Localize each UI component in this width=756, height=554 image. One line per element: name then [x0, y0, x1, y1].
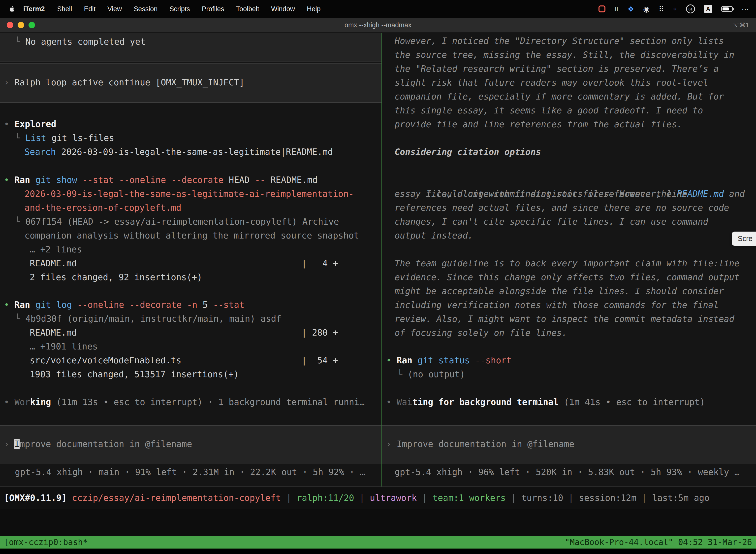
grid-icon[interactable]: ⌗ — [614, 5, 619, 13]
tmux-window-name[interactable]: [omx-cczip0:bash* — [4, 537, 88, 547]
menu-profiles[interactable]: Profiles — [196, 5, 230, 13]
reasoning-text: and — [724, 189, 745, 199]
git-log-stat-voice: src/voice/voiceModeEnabled.ts | 54 + — [0, 353, 381, 367]
git-log-more-lines: … +1901 lines — [0, 340, 381, 353]
left-model-statusline: gpt-5.4 xhigh · main · 91% left · 2.31M … — [0, 465, 381, 479]
ralph-loop-banner: › Ralph loop active continue [OMX_TMUX_I… — [0, 63, 381, 103]
screen-share-chip[interactable]: Scre — [732, 232, 756, 246]
left-agent-pane[interactable]: └ No agents completed yet › Ralph loop a… — [0, 33, 381, 487]
reasoning-line: The team guideline is to back every impo… — [382, 257, 756, 270]
explored-search-line: Search 2026-03-09-is-legal-the-same-as-l… — [0, 145, 381, 159]
left-prompt-panel[interactable]: › Improve documentation in @filename — [0, 425, 381, 464]
waiting-status-line: • Waiting for background terminal (1m 41… — [382, 395, 756, 409]
reasoning-line: might be acceptable alongside the file l… — [382, 284, 756, 298]
menu-session[interactable]: Session — [128, 5, 164, 13]
git-show-commit-line-2: companion analysis without altering the … — [0, 229, 381, 242]
reasoning-line: I could cite commit statistics or refere… — [382, 173, 756, 187]
window-title: omx --xhigh --madmax — [0, 21, 756, 29]
reasoning-line: this single essay, it seems like a good … — [382, 104, 756, 117]
battery-icon[interactable] — [721, 6, 733, 12]
reasoning-line: the source tree, missing the essay. Stil… — [382, 48, 756, 62]
target-icon[interactable]: ⌖ — [673, 5, 677, 13]
reasoning-heading: Considering citation options — [382, 145, 756, 159]
menu-shell[interactable]: Shell — [51, 5, 78, 13]
menu-view[interactable]: View — [102, 5, 128, 13]
agents-status-line: └ No agents completed yet — [0, 35, 381, 49]
omx-session-line: [OMX#0.11.9] cczip/essay/ai-reimplementa… — [4, 491, 710, 505]
git-status-output: └ (no output) — [382, 367, 756, 381]
git-log-commit-line: └ 4b9d30f (origin/main, instructkr/main,… — [0, 312, 381, 326]
circle-app-icon[interactable]: ◉ — [643, 5, 649, 13]
screen-recording-icon[interactable] — [598, 5, 606, 12]
command-git-show: • Ran git show --stat --oneline --decora… — [0, 173, 381, 187]
input-source-icon[interactable]: A — [704, 5, 712, 13]
tmux-statusbar: [omx-cczip0:bash* "MacBook-Pro-44.local"… — [0, 536, 756, 549]
git-log-summary: 1903 files changed, 513517 insertions(+) — [0, 367, 381, 381]
menu-app-name[interactable]: iTerm2 — [17, 5, 51, 13]
reasoning-line: references need actual files, and since … — [382, 201, 756, 215]
apple-logo-icon — [9, 6, 15, 12]
right-prompt-panel[interactable]: › Improve documentation in @filename — [382, 425, 756, 464]
reasoning-line: slight risk that future readers may over… — [382, 76, 756, 90]
git-show-filename-1: 2026-03-09-is-legal-the-same-as-legitima… — [0, 187, 381, 201]
command-git-log: • Ran git log --oneline --decorate -n 5 … — [0, 298, 381, 312]
blue-app-icon[interactable]: ❖ — [628, 5, 634, 13]
git-show-stat-readme: README.md | 4 + — [0, 257, 381, 270]
reasoning-line: provide file and line references from th… — [382, 117, 756, 131]
right-model-statusline: gpt-5.4 xhigh · 96% left · 520K in · 5.8… — [382, 465, 756, 479]
apple-menu[interactable] — [7, 6, 17, 12]
overflow-icon[interactable]: ⋯ — [742, 5, 749, 13]
reasoning-line: changes, I can't cite specific file line… — [382, 215, 756, 229]
git-show-filename-2: and-the-erosion-of-copyleft.md — [0, 201, 381, 215]
menu-window[interactable]: Window — [265, 5, 301, 13]
right-prompt-input[interactable]: › Improve documentation in @filename — [382, 437, 756, 451]
left-prompt-input[interactable]: › Improve documentation in @filename — [0, 437, 381, 451]
working-status-line: • Working (11m 13s • esc to interrupt) ·… — [0, 395, 381, 409]
reasoning-line: However, I noticed the "Directory Struct… — [382, 34, 756, 48]
window-shortcut-badge: ⌥⌘1 — [732, 21, 749, 29]
git-show-commit-line: └ 067f154 (HEAD -> essay/ai-reimplementa… — [0, 215, 381, 229]
window-titlebar: omx --xhigh --madmax ⌥⌘1 — [0, 18, 756, 33]
git-show-summary: 2 files changed, 92 insertions(+) — [0, 270, 381, 284]
git-show-more-lines: … +2 lines — [0, 242, 381, 257]
reasoning-line: companion file, especially if more comme… — [382, 90, 756, 104]
bottom-strip — [0, 549, 756, 554]
menu-toolbelt[interactable]: Toolbelt — [230, 5, 265, 13]
menu-help[interactable]: Help — [301, 5, 327, 13]
omx-session-bar: [OMX#0.11.9] cczip/essay/ai-reimplementa… — [0, 487, 756, 509]
explored-list-line: └ List git ls-files — [0, 131, 381, 145]
reasoning-line: review. Also, I might want to inspect th… — [382, 312, 756, 326]
reasoning-line: output instead. — [382, 229, 756, 242]
macos-menubar: iTerm2 Shell Edit View Session Scripts P… — [0, 0, 756, 18]
terminal-content: └ No agents completed yet › Ralph loop a… — [0, 33, 756, 487]
close-window-button[interactable] — [7, 22, 13, 28]
explored-header: • Explored — [0, 117, 381, 131]
git-log-stat-readme: README.md | 280 + — [0, 326, 381, 340]
ralph-loop-line: › Ralph loop active continue [OMX_TMUX_I… — [0, 75, 381, 89]
bottom-gap — [0, 509, 756, 536]
reasoning-line: evidence. Since this change only affects… — [382, 270, 756, 284]
reasoning-line: of focusing solely on file lines. — [382, 326, 756, 340]
reasoning-line: the "Related research writing" section i… — [382, 62, 756, 76]
menu-scripts[interactable]: Scripts — [164, 5, 196, 13]
command-git-status: • Ran git status --short — [382, 353, 756, 367]
menu-edit[interactable]: Edit — [78, 5, 102, 13]
agents-panel: └ No agents completed yet — [0, 33, 381, 62]
battery-fill — [722, 7, 729, 10]
tmux-host-clock: "MacBook-Pro-44.local" 04:52 31-Mar-26 — [565, 537, 752, 547]
minimize-window-button[interactable] — [18, 22, 24, 28]
zoom-window-button[interactable] — [28, 22, 35, 28]
reasoning-line: including verification notes with those … — [382, 298, 756, 312]
right-agent-pane[interactable]: However, I noticed the "Directory Struct… — [382, 33, 756, 487]
battery-gauge-icon[interactable]: 61 — [686, 4, 695, 13]
app-grid-icon[interactable]: ⠿ — [658, 5, 664, 13]
